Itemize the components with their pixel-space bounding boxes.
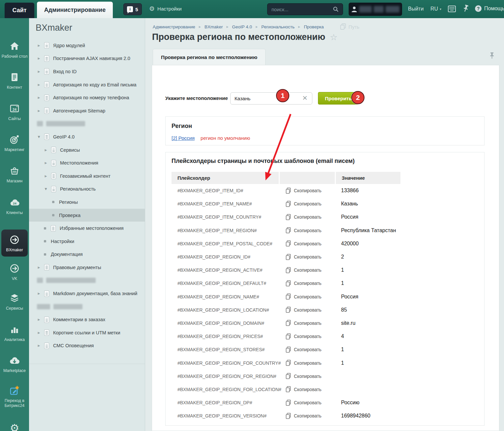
sidebar-item[interactable]: ▶Правовые документы — [29, 261, 145, 274]
rail-item-home[interactable]: Рабочий стол — [0, 40, 29, 59]
sidebar-item-label: Автогенерация Sitemap — [53, 108, 105, 113]
expand-arrow-icon[interactable]: ▶ — [37, 83, 41, 86]
expand-arrow-icon[interactable]: ▶ — [37, 109, 41, 112]
expand-arrow-icon[interactable]: ▶ — [44, 174, 48, 178]
copy-button[interactable]: Скопировать — [280, 293, 335, 300]
sidebar-item[interactable]: ▶Постраничная AJAX навигация 2.0 — [29, 52, 145, 65]
sidebar-item[interactable]: Проверка — [29, 209, 145, 222]
expand-arrow-icon[interactable]: ▶ — [37, 44, 41, 47]
breadcrumb-item[interactable]: Администрирование — [153, 24, 195, 29]
notifications-button[interactable]: i 5 — [123, 3, 142, 15]
expand-arrow-icon[interactable]: ▶ — [37, 70, 41, 73]
sidebar-item[interactable]: Настройки — [29, 235, 145, 248]
collapse-arrow-icon[interactable]: ▼ — [44, 187, 48, 191]
tab-administration[interactable]: Администрирование — [37, 2, 113, 18]
sidebar-item[interactable]: ▶Ядро модулей — [29, 39, 145, 52]
sidebar-item[interactable]: ▶Сервисы — [29, 143, 145, 157]
copy-button[interactable]: Скопировать — [280, 280, 335, 287]
rail-item-vk[interactable]: VK — [0, 262, 29, 281]
sidebar-item[interactable]: ▼GeoIP 4.0 — [29, 130, 145, 143]
copy-button[interactable]: Скопировать — [280, 187, 335, 194]
redacted-block — [37, 278, 43, 283]
rail-item-marketing[interactable]: Маркетинг — [0, 133, 29, 152]
rail-item-bxmaker[interactable]: BXmaker — [1, 230, 28, 257]
rail-item-clients[interactable]: 24Клиенты — [0, 196, 29, 215]
expand-arrow-icon[interactable]: ▶ — [37, 344, 41, 347]
expand-arrow-icon[interactable]: ▶ — [37, 96, 41, 99]
copy-button[interactable]: Скопировать — [280, 267, 335, 274]
copy-button[interactable]: Скопировать — [280, 214, 335, 221]
copy-button[interactable]: Скопировать — [280, 240, 335, 247]
rail-item-services[interactable]: Сервисы — [0, 292, 29, 311]
copy-button[interactable]: Скопировать — [280, 346, 335, 353]
copy-button[interactable]: Скопировать — [280, 227, 335, 234]
sidebar-item[interactable]: ▶Геозависимый контент — [29, 169, 145, 183]
sidebar-item[interactable]: ▶Местоположения — [29, 156, 145, 169]
topbar-settings-button[interactable]: ⚙ Настройки — [149, 6, 182, 12]
breadcrumb-item[interactable]: Проверка — [304, 24, 324, 29]
rail-item-marketplace[interactable]: Marketplace — [0, 354, 29, 373]
copy-button[interactable]: Скопировать — [280, 306, 335, 313]
copy-button[interactable]: Скопировать — [280, 386, 335, 393]
copy-button[interactable]: Скопировать — [280, 373, 335, 380]
breadcrumb-item[interactable]: BXmaker — [205, 24, 223, 29]
collapse-arrow-icon[interactable]: ▼ — [37, 135, 41, 139]
copy-button[interactable]: Скопировать — [280, 399, 335, 406]
hotkeys-icon[interactable] — [448, 6, 456, 14]
search-input[interactable]: поиск... — [267, 3, 343, 15]
sidebar-item[interactable]: Документация — [29, 248, 145, 261]
expand-arrow-icon[interactable]: ▶ — [37, 57, 41, 60]
expand-arrow-icon[interactable]: ▶ — [44, 148, 48, 152]
shop-icon — [0, 165, 29, 177]
table-row: #BXMAKER_GEOIP_REGION_FOR_REGION#Скопиро… — [172, 370, 478, 383]
rail-item-bitrix24[interactable]: Переход в Битрикс24 — [0, 384, 29, 408]
logout-button[interactable]: Выйти — [408, 6, 424, 12]
copy-button[interactable]: Скопировать — [280, 333, 335, 340]
rail-item-sites[interactable]: 24Сайты — [0, 102, 29, 121]
favorite-star-icon[interactable]: ☆ — [330, 32, 337, 42]
rail-item-analytics[interactable]: Аналитика — [0, 323, 29, 342]
location-input[interactable] — [230, 92, 312, 105]
sidebar-item[interactable]: ▶СМС Оповещения — [29, 339, 145, 353]
copy-button[interactable]: Скопировать — [280, 200, 335, 207]
page: Сайт Администрирование i 5 ⚙ Настройки п… — [0, 0, 504, 431]
breadcrumb-item[interactable]: Региональность — [261, 24, 295, 29]
expand-arrow-icon[interactable]: ▶ — [37, 331, 41, 334]
pin-icon[interactable] — [489, 52, 495, 61]
copy-button[interactable]: Скопировать — [280, 413, 335, 419]
language-selector[interactable]: RU ▾ — [430, 6, 441, 12]
rail-item-content[interactable]: Контент — [0, 71, 29, 90]
expand-arrow-icon[interactable]: ▶ — [44, 161, 48, 165]
copy-button[interactable]: Скопировать — [280, 359, 335, 366]
sidebar-item[interactable]: ▶Авторизация по коду из Email письма — [29, 78, 145, 91]
breadcrumb-item[interactable]: GeoIP 4.0 — [232, 24, 252, 29]
document-icon — [51, 225, 56, 231]
clear-input-icon[interactable]: × — [302, 94, 308, 101]
copy-button[interactable]: Скопировать — [280, 320, 335, 326]
sidebar-item[interactable]: ▼Региональность — [29, 183, 145, 196]
sidebar-item[interactable]: ▶Вход по ID — [29, 65, 145, 78]
sidebar-item[interactable]: ▶Короткие ссылки и UTM метки — [29, 326, 145, 339]
help-button[interactable]: ? Помощь — [475, 5, 504, 12]
tab-site[interactable]: Сайт — [5, 3, 34, 18]
expand-arrow-icon[interactable]: ▶ — [37, 318, 41, 321]
region-link[interactable]: [2] Россия — [172, 135, 195, 141]
home-icon — [0, 40, 29, 52]
sidebar-item-label: Ядро модулей — [53, 43, 85, 48]
copy-button[interactable]: Скопировать — [280, 254, 335, 261]
pin-icon[interactable] — [463, 5, 469, 14]
sidebar-item[interactable]: ▶Markdown документация, база знаний — [29, 287, 145, 300]
expand-arrow-icon[interactable]: ▶ — [37, 292, 41, 295]
sidebar-item[interactable]: ▶Авторизация по номеру телефона — [29, 91, 145, 104]
copy-icon — [286, 214, 291, 220]
sidebar-item[interactable]: ▶Автогенерация Sitemap — [29, 104, 145, 117]
tab-region-check[interactable]: Проверка региона по местположению — [153, 49, 266, 65]
rail-item-settings[interactable]: ⚙Настройки — [0, 422, 29, 431]
rail-item-shop[interactable]: Магазин — [0, 165, 29, 184]
user-menu[interactable] — [349, 3, 402, 16]
sidebar-item[interactable]: ▶Комментарии в заказах — [29, 313, 145, 326]
copy-button-label: Скопировать — [294, 267, 322, 273]
sidebar-item[interactable]: Избранные местоположения — [29, 222, 145, 235]
sidebar-item[interactable]: Регионы — [29, 196, 145, 209]
expand-arrow-icon[interactable]: ▶ — [37, 266, 41, 269]
